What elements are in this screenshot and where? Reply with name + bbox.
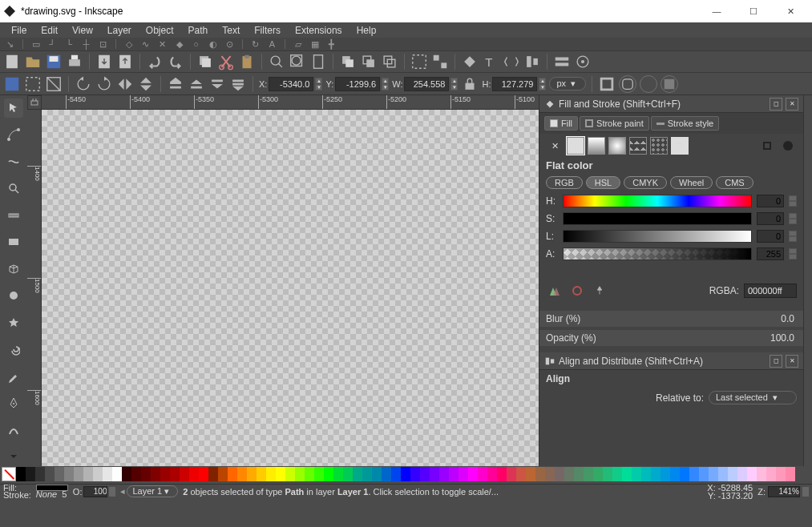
- palette-swatch[interactable]: [160, 467, 170, 481]
- new-document-icon[interactable]: [3, 53, 21, 70]
- menu-object[interactable]: Object: [139, 24, 180, 37]
- rotate-ccw-icon[interactable]: [75, 75, 92, 93]
- h-up[interactable]: [789, 195, 797, 201]
- palette-swatch[interactable]: [661, 467, 670, 481]
- palette-swatch[interactable]: [535, 467, 545, 481]
- palette-swatch[interactable]: [401, 467, 410, 481]
- status-stroke-width[interactable]: 5: [62, 491, 67, 498]
- panel-close-icon[interactable]: ✕: [786, 98, 798, 111]
- palette-swatch[interactable]: [141, 467, 151, 481]
- cs-rgb[interactable]: RGB: [546, 176, 583, 189]
- duplicate-icon[interactable]: [339, 53, 357, 70]
- palette-swatch[interactable]: [468, 467, 478, 481]
- palette-swatch[interactable]: [497, 467, 507, 481]
- snap-edge-icon[interactable]: ┘: [46, 38, 59, 50]
- selector-tool-icon[interactable]: [4, 99, 23, 118]
- palette-swatch[interactable]: [26, 467, 35, 481]
- zoom-input[interactable]: [768, 486, 800, 497]
- palette-swatch[interactable]: [343, 467, 353, 481]
- paint-radial-icon[interactable]: [608, 137, 626, 155]
- palette-swatch[interactable]: [199, 467, 208, 481]
- raise-top-icon[interactable]: [167, 75, 184, 93]
- palette-swatch[interactable]: [353, 467, 362, 481]
- horizontal-ruler[interactable]: -5450-5400-5350-5300-5250-5200-5150-5100: [42, 95, 539, 110]
- a-up[interactable]: [789, 248, 797, 254]
- w-input[interactable]: [404, 77, 449, 91]
- palette-swatch[interactable]: [555, 467, 564, 481]
- s-up[interactable]: [789, 213, 797, 219]
- spiral-tool-icon[interactable]: [4, 340, 23, 360]
- zoom-selection-icon[interactable]: [268, 53, 285, 70]
- palette-swatch[interactable]: [372, 467, 382, 481]
- lower-icon[interactable]: [208, 75, 226, 93]
- palette-swatch[interactable]: [593, 467, 603, 481]
- palette-swatch[interactable]: [295, 467, 305, 481]
- pencil-tool-icon[interactable]: [4, 367, 23, 386]
- zoom-page-icon[interactable]: [309, 53, 327, 70]
- snap-text-icon[interactable]: A: [265, 38, 279, 50]
- copy-icon[interactable]: [196, 53, 214, 70]
- palette-swatch[interactable]: [757, 467, 766, 481]
- status-opacity-input[interactable]: [83, 486, 107, 497]
- clone-icon[interactable]: [360, 53, 378, 70]
- affect-corners-icon[interactable]: [619, 75, 636, 93]
- palette-swatch[interactable]: [55, 467, 64, 481]
- cs-hsl[interactable]: HSL: [586, 176, 620, 189]
- palette-swatch[interactable]: [449, 467, 459, 481]
- layer-prev-icon[interactable]: ◂: [120, 486, 125, 497]
- snap-enable-icon[interactable]: ↘: [3, 38, 17, 50]
- fill-dialog-icon[interactable]: [461, 53, 479, 70]
- paint-none-icon[interactable]: ✕: [546, 137, 564, 155]
- color-wheel-icon[interactable]: [568, 282, 586, 300]
- tab-stroke-style[interactable]: Stroke style: [651, 116, 719, 131]
- unlink-clone-icon[interactable]: [381, 53, 398, 70]
- y-input[interactable]: [335, 77, 380, 91]
- s-slider[interactable]: [563, 212, 752, 225]
- x-down[interactable]: ▼: [315, 84, 322, 91]
- palette-swatch[interactable]: [545, 467, 555, 481]
- palette-swatch[interactable]: [64, 467, 74, 481]
- close-button[interactable]: ✕: [772, 0, 809, 22]
- h-slider[interactable]: [563, 195, 752, 207]
- snap-corner-icon[interactable]: └: [63, 38, 76, 50]
- palette-swatch[interactable]: [305, 467, 314, 481]
- cs-cmyk[interactable]: CMYK: [624, 176, 667, 189]
- palette-swatch[interactable]: [16, 467, 26, 481]
- palette-swatch[interactable]: [526, 467, 535, 481]
- palette-swatch[interactable]: [103, 467, 112, 481]
- menu-text[interactable]: Text: [216, 24, 246, 37]
- palette-swatch[interactable]: [487, 467, 497, 481]
- palette-swatch[interactable]: [45, 467, 55, 481]
- import-icon[interactable]: [95, 53, 113, 70]
- unit-select[interactable]: px ▾: [549, 77, 586, 91]
- menu-layer[interactable]: Layer: [101, 24, 138, 37]
- palette-swatch[interactable]: [728, 467, 737, 481]
- y-up[interactable]: ▲: [382, 78, 389, 84]
- l-value[interactable]: [757, 230, 784, 243]
- ruler-corner[interactable]: [27, 95, 42, 110]
- palette-swatch[interactable]: [622, 467, 632, 481]
- palette-swatch[interactable]: [324, 467, 333, 481]
- snap-edge-mid-icon[interactable]: ┼: [79, 38, 93, 50]
- palette-swatch[interactable]: [266, 467, 276, 481]
- palette-swatch[interactable]: [776, 467, 786, 481]
- fill-rule-nonzero-icon[interactable]: [779, 137, 797, 155]
- select-all-layers-icon[interactable]: [24, 75, 42, 93]
- l-slider[interactable]: [563, 230, 752, 243]
- palette-swatch[interactable]: [257, 467, 266, 481]
- align-minimize-icon[interactable]: ◻: [770, 355, 782, 368]
- rgba-input[interactable]: [744, 284, 797, 298]
- palette-swatch[interactable]: [122, 467, 131, 481]
- menu-edit[interactable]: Edit: [34, 24, 64, 37]
- doc-props-icon[interactable]: [574, 53, 592, 70]
- palette-swatch[interactable]: [574, 467, 584, 481]
- l-up[interactable]: [789, 231, 797, 236]
- relative-select[interactable]: Last selected ▾: [709, 391, 797, 404]
- blur-value[interactable]: 0.0: [759, 313, 794, 324]
- palette-swatch[interactable]: [430, 467, 439, 481]
- status-opacity-down[interactable]: [109, 492, 115, 497]
- palette-swatch[interactable]: [276, 467, 285, 481]
- palette-swatch[interactable]: [516, 467, 526, 481]
- w-up[interactable]: ▲: [450, 78, 458, 84]
- h-value[interactable]: [757, 195, 784, 207]
